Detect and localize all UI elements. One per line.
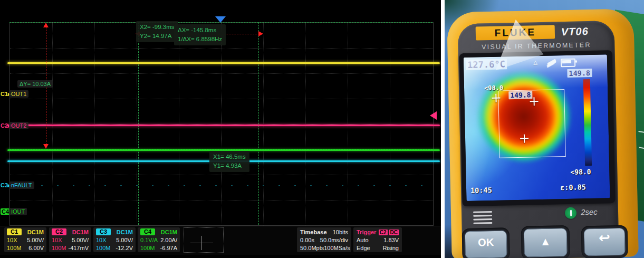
- battery-fill: [562, 60, 571, 63]
- cursor-x1-line[interactable]: [258, 22, 259, 225]
- graticule: [9, 22, 434, 226]
- c4-coupling: DC1M: [161, 229, 177, 235]
- c3-bandwidth: 100M: [96, 245, 111, 251]
- battery-icon: [561, 59, 575, 68]
- waveform-preview-box[interactable]: [184, 227, 224, 253]
- warning-triangle-icon: △: [533, 58, 537, 66]
- thermometer-photo: FLUKE VT06 VISUAL IR THERMOMETER 127.6°C…: [445, 0, 644, 258]
- trigger-level-marker[interactable]: [430, 111, 437, 120]
- c2-scale: 5.00V/: [72, 237, 89, 243]
- menu-icon: [473, 211, 493, 226]
- channel-descriptor-c4[interactable]: C4DC1M 0.1V/A2.00A/ 100M-6.97A: [138, 227, 180, 252]
- delta-x-arrow-right-icon: [258, 31, 263, 36]
- dx-value: ΔX= -145.8ms: [178, 26, 222, 35]
- scope-status-bar: C1DC1M 10X5.00V/ 100M6.00V C2DC1M 10X5.0…: [0, 226, 441, 255]
- torch-icon: [547, 59, 556, 67]
- c2-marker-label: C2: [1, 122, 8, 129]
- timebase-panel[interactable]: Timebase10bits 0.00s50.0ms/div 50.0Mpts1…: [297, 227, 351, 252]
- max-crosshair-icon: [530, 97, 538, 106]
- trigger-coupling-badge: DC: [389, 230, 399, 235]
- x1-value: X1= 46.5ms: [213, 152, 246, 161]
- screen-bezel: 127.6°C △ 149.8 <98.0 <98.0 149.8 10:45 …: [459, 50, 616, 206]
- battery-nub: [575, 61, 577, 63]
- c3-tab[interactable]: C3: [96, 228, 111, 235]
- c3-dashed-baseline: [9, 185, 432, 186]
- x2-value: X2= -99.3ms: [140, 23, 175, 32]
- c1-trace-label: OUT1: [9, 90, 28, 98]
- thermal-display: 127.6°C △ 149.8 <98.0 <98.0 149.8 10:45 …: [464, 54, 610, 201]
- c4-tab[interactable]: C4: [140, 228, 155, 235]
- channel-descriptor-c1[interactable]: C1DC1M 10X5.00V/ 100M6.00V: [4, 227, 46, 252]
- inv-dx-value: 1/ΔX= 6.8598Hz: [178, 35, 222, 44]
- pcb-silkscreen: [639, 147, 644, 149]
- gridline: [10, 200, 433, 200]
- trigger-level: 1.83V: [383, 237, 399, 243]
- center-crosshair-icon: [520, 135, 528, 143]
- up-arrow-icon: ▲: [524, 228, 568, 257]
- scale-min-value: <98.0: [570, 168, 591, 176]
- c2-trace-label: OUT2: [9, 122, 28, 129]
- c3-scale: 5.00V/: [116, 237, 133, 243]
- trigger-slope: Rising: [382, 245, 399, 251]
- ok-button[interactable]: OK: [462, 227, 510, 258]
- cursor-x2-line[interactable]: [138, 22, 139, 225]
- c4-marker-label: C4: [2, 208, 9, 215]
- c2-tab[interactable]: C2: [52, 228, 66, 235]
- c3-trace-label: nFAULT: [9, 181, 34, 189]
- timebase-title: Timebase: [300, 229, 327, 235]
- vt06-device: FLUKE VT06 VISUAL IR THERMOMETER 127.6°C…: [447, 8, 639, 258]
- timebase-resolution: 10bits: [333, 229, 348, 235]
- up-button[interactable]: ▲: [521, 225, 570, 258]
- delta-y-arrow-up-icon: [43, 23, 49, 27]
- power-icon: [565, 207, 576, 219]
- c1-bandwidth: 100M: [7, 245, 22, 251]
- trigger-panel[interactable]: TriggerC2DC Auto1.83V EdgeRising: [353, 227, 402, 252]
- c1-coupling: DC1M: [27, 229, 44, 235]
- c3-marker-label: C3: [1, 182, 8, 188]
- cursor-readout-x1y1: X1= 46.5ms Y1= 4.93A: [209, 151, 249, 172]
- channel-descriptor-c3[interactable]: C3DC1M 10X5.00V/ 100M-12.2V: [93, 227, 136, 252]
- c1-trace: [7, 62, 440, 64]
- back-button[interactable]: ↩: [581, 225, 628, 258]
- channel-descriptor-c2[interactable]: C2DC1M 10X5.00V/ 100M-417mV: [49, 227, 91, 252]
- c2-probe: 10X: [52, 237, 62, 243]
- gridline: [10, 48, 433, 49]
- trigger-position-marker[interactable]: [215, 16, 226, 23]
- gridline: [10, 175, 433, 175]
- c4-scale: 2.00A/: [160, 237, 177, 243]
- y1-value: Y1= 4.93A: [213, 161, 246, 170]
- min-crosshair-icon: [492, 94, 500, 102]
- temperature-color-scale: [583, 79, 592, 166]
- timebase-rate: 100MSa/s: [324, 245, 350, 251]
- c3-offset: -12.2V: [116, 245, 133, 251]
- scale-max-value: 149.8: [567, 69, 592, 78]
- oscilloscope-screen: C1▸ C2▸ C3▸ C4 OUT1 OUT2 nFAULT IOUT ΔY=…: [0, 0, 441, 258]
- trigger-type: Edge: [357, 245, 370, 251]
- c2-trace: [7, 125, 440, 126]
- c2-coupling: DC1M: [72, 229, 89, 235]
- timebase-delay: 0.00s: [300, 237, 314, 243]
- delta-y-readout: ΔY= 10.03A: [17, 80, 53, 88]
- spot-min-value: <98.0: [484, 84, 503, 92]
- device-faceplate: FLUKE VT06 VISUAL IR THERMOMETER 127.6°C…: [457, 21, 619, 258]
- delta-y-arrow-down-icon: [43, 144, 49, 149]
- gridline: [10, 99, 433, 99]
- model-label: VT06: [561, 24, 589, 39]
- cursor-readout-x2y2: X2= -99.3ms Y2= 14.97A: [136, 21, 178, 42]
- c2-offset: -417mV: [68, 245, 89, 251]
- c1-tab[interactable]: C1: [7, 228, 22, 235]
- center-temperature: 127.6°C: [466, 59, 507, 70]
- c4-offset: -6.97A: [160, 245, 177, 251]
- c3-probe: 10X: [96, 237, 107, 243]
- c4-probe: 0.1V/A: [140, 237, 158, 243]
- c1-marker-label: C1: [1, 91, 8, 97]
- c2-bandwidth: 100M: [52, 245, 66, 251]
- preview-crosshair-icon: [201, 236, 202, 250]
- trigger-mode: Auto: [357, 237, 369, 243]
- c4-trace-label: IOUT: [9, 208, 27, 215]
- c1-offset: 6.00V: [28, 245, 44, 251]
- timebase-scale: 50.0ms/div: [320, 237, 348, 243]
- c1-scale: 5.00V/: [27, 237, 44, 243]
- trigger-source-badge: C2: [379, 230, 388, 235]
- c3-coupling: DC1M: [117, 229, 133, 235]
